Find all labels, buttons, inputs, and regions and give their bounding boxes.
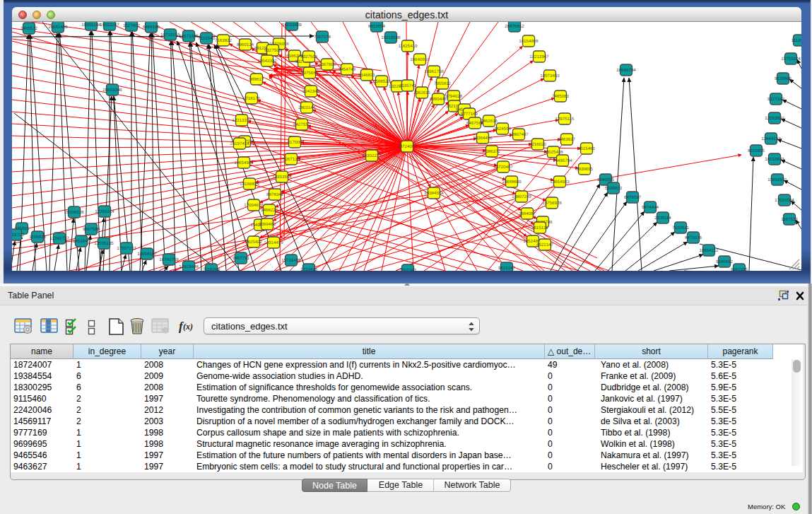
svg-text:1640955: 1640955 — [597, 177, 615, 182]
svg-text:9777169: 9777169 — [461, 112, 478, 117]
svg-text:6216020: 6216020 — [529, 142, 547, 147]
svg-text:12342717: 12342717 — [49, 236, 69, 241]
svg-text:989617: 989617 — [249, 77, 264, 82]
svg-text:1588520: 1588520 — [373, 79, 391, 84]
svg-text:16154808: 16154808 — [519, 39, 539, 44]
svg-text:9099483: 9099483 — [259, 222, 276, 227]
svg-text:8960124: 8960124 — [237, 42, 254, 47]
svg-text:20691406: 20691406 — [48, 25, 68, 30]
svg-text:6466160: 6466160 — [143, 25, 160, 30]
svg-text:19166825: 19166825 — [240, 182, 259, 187]
svg-text:6497568: 6497568 — [466, 121, 484, 126]
svg-text:3915723: 3915723 — [12, 233, 25, 238]
svg-text:9129966: 9129966 — [775, 76, 792, 81]
svg-text:7485063: 7485063 — [552, 94, 570, 99]
svg-text:2367608: 2367608 — [319, 62, 336, 67]
svg-text:17016504: 17016504 — [775, 198, 794, 203]
svg-text:7515540: 7515540 — [198, 36, 216, 41]
svg-text:12213967: 12213967 — [529, 54, 549, 59]
svg-text:9227342: 9227342 — [767, 97, 785, 102]
svg-text:10807487: 10807487 — [509, 132, 529, 137]
svg-text:7386372: 7386372 — [483, 149, 501, 154]
svg-text:9498222: 9498222 — [261, 208, 278, 213]
svg-text:10553267: 10553267 — [100, 23, 119, 28]
svg-text:7955812: 7955812 — [434, 81, 452, 86]
svg-text:16648784: 16648784 — [616, 68, 636, 73]
svg-text:13302273: 13302273 — [362, 153, 382, 158]
svg-text:8813054: 8813054 — [368, 24, 386, 29]
svg-text:20053346: 20053346 — [102, 88, 122, 93]
svg-text:2035741: 2035741 — [399, 83, 417, 88]
svg-text:15692971: 15692971 — [767, 177, 787, 182]
svg-text:7625402: 7625402 — [245, 240, 263, 245]
svg-text:18807249: 18807249 — [512, 194, 531, 199]
svg-text:1156829: 1156829 — [29, 235, 46, 240]
svg-text:12975115: 12975115 — [555, 117, 575, 122]
svg-text:7632621: 7632621 — [672, 226, 690, 230]
svg-text:13654923: 13654923 — [550, 180, 570, 185]
svg-text:1451945: 1451945 — [73, 239, 90, 244]
svg-text:9463627: 9463627 — [558, 137, 576, 142]
svg-text:9615347: 9615347 — [498, 266, 516, 271]
svg-text:10543382: 10543382 — [257, 59, 277, 64]
svg-text:9515460: 9515460 — [578, 146, 596, 151]
svg-text:10688609: 10688609 — [502, 180, 522, 185]
svg-text:8262335: 8262335 — [731, 267, 748, 271]
svg-text:18724007: 18724007 — [397, 144, 417, 149]
svg-text:9146821: 9146821 — [358, 73, 376, 78]
svg-text:20197414: 20197414 — [230, 141, 249, 146]
svg-text:9794028: 9794028 — [445, 94, 463, 99]
svg-text:19355194: 19355194 — [81, 23, 101, 28]
svg-text:12359914: 12359914 — [95, 209, 114, 214]
svg-text:9327509: 9327509 — [264, 48, 282, 53]
svg-text:2935114: 2935114 — [654, 216, 671, 221]
svg-text:8878342: 8878342 — [266, 192, 284, 197]
svg-text:9457791: 9457791 — [233, 256, 250, 261]
svg-text:14914479: 14914479 — [264, 240, 283, 245]
svg-text:817008: 817008 — [288, 140, 302, 145]
svg-text:20364456: 20364456 — [473, 136, 493, 141]
svg-text:9474444: 9474444 — [642, 205, 659, 210]
svg-text:12213379: 12213379 — [232, 118, 252, 123]
svg-text:(x): (x) — [183, 322, 193, 332]
svg-text:16961758: 16961758 — [424, 69, 444, 74]
svg-text:13505135: 13505135 — [94, 241, 114, 246]
svg-text:5938923: 5938923 — [605, 186, 623, 191]
svg-text:19384554: 19384554 — [424, 191, 444, 196]
svg-text:7216268: 7216268 — [203, 267, 220, 271]
svg-text:15716485: 15716485 — [281, 258, 301, 263]
svg-text:1405572: 1405572 — [20, 26, 38, 31]
svg-text:6939695: 6939695 — [576, 167, 594, 172]
svg-text:20206526: 20206526 — [64, 210, 84, 215]
svg-text:15751074: 15751074 — [781, 57, 801, 62]
svg-text:8454749: 8454749 — [339, 67, 356, 72]
svg-text:8990448: 8990448 — [430, 97, 447, 102]
svg-text:14495794: 14495794 — [553, 158, 572, 163]
svg-text:19756928: 19756928 — [542, 201, 562, 206]
svg-text:16782759: 16782759 — [159, 257, 179, 262]
svg-text:8215955: 8215955 — [748, 148, 765, 153]
svg-text:8471676: 8471676 — [685, 235, 702, 240]
svg-text:1527602: 1527602 — [123, 23, 141, 28]
svg-text:9997588: 9997588 — [83, 227, 100, 232]
svg-text:12923448: 12923448 — [179, 264, 199, 269]
svg-text:10719155: 10719155 — [160, 33, 180, 37]
svg-text:7163822: 7163822 — [215, 38, 233, 43]
svg-text:19654982: 19654982 — [234, 160, 254, 165]
svg-text:14353594: 14353594 — [272, 175, 292, 180]
svg-text:19218506: 19218506 — [381, 35, 401, 40]
svg-text:16640910: 16640910 — [410, 57, 430, 62]
svg-text:6479197: 6479197 — [624, 195, 642, 200]
svg-text:9375685: 9375685 — [301, 71, 319, 76]
svg-text:12444153: 12444153 — [761, 136, 781, 141]
svg-text:13720407: 13720407 — [493, 165, 513, 170]
svg-text:3624554: 3624554 — [494, 127, 512, 132]
svg-text:14958107: 14958107 — [137, 252, 157, 257]
svg-text:2092343: 2092343 — [399, 268, 417, 271]
svg-text:10973493: 10973493 — [540, 74, 560, 78]
svg-text:4522147: 4522147 — [536, 243, 554, 247]
svg-text:3267130: 3267130 — [283, 157, 300, 162]
svg-text:11625419: 11625419 — [398, 44, 418, 49]
svg-text:1112099: 1112099 — [791, 38, 801, 43]
svg-text:1167533: 1167533 — [781, 217, 798, 222]
